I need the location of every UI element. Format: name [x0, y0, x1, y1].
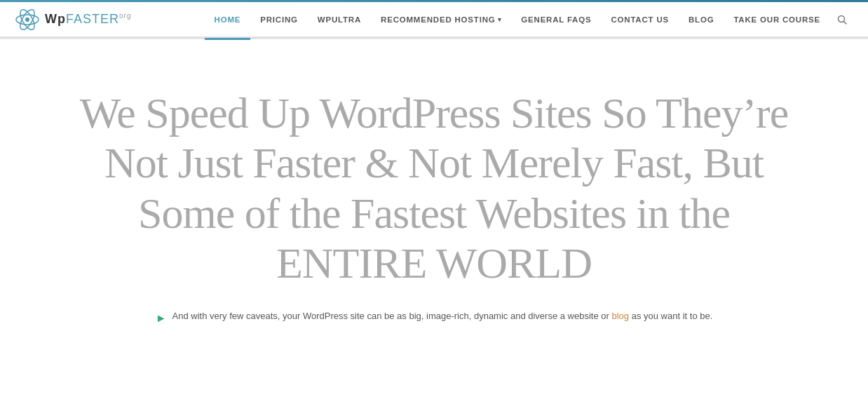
- search-button[interactable]: [830, 1, 854, 38]
- main-nav: HOMEPRICINGWPULTRARECOMMENDED HOSTING ▾G…: [152, 1, 830, 38]
- nav-item-blog[interactable]: BLOG: [679, 1, 724, 38]
- logo-org: org: [119, 12, 131, 20]
- nav-item-take-our-course[interactable]: TAKE OUR COURSE: [724, 1, 830, 38]
- logo-faster: FASTER: [66, 12, 119, 26]
- logo-text: WpFASTERorg: [45, 12, 131, 27]
- main-header: WpFASTERorg HOMEPRICINGWPULTRARECOMMENDE…: [0, 2, 868, 39]
- nav-item-contact-us[interactable]: CONTACT US: [601, 1, 679, 38]
- logo-icon: [14, 6, 41, 33]
- hero-subtext-paragraph: And with very few caveats, your WordPres…: [172, 309, 713, 323]
- svg-point-3: [25, 18, 29, 22]
- arrow-icon: ►: [156, 310, 167, 327]
- hero-subtext-suffix: as you want it to be.: [632, 311, 713, 321]
- search-icon: [837, 15, 847, 25]
- logo[interactable]: WpFASTERorg: [14, 6, 131, 33]
- svg-line-5: [844, 21, 847, 24]
- hero-subtext-prefix: And with very few caveats, your WordPres…: [172, 311, 609, 321]
- logo-wp: Wp: [45, 12, 66, 26]
- nav-item-wpultra[interactable]: WPULTRA: [308, 1, 371, 38]
- nav-item-general-faqs[interactable]: GENERAL FAQS: [511, 1, 601, 38]
- hero-subtext: ► And with very few caveats, your WordPr…: [118, 309, 750, 327]
- nav-item-pricing[interactable]: PRICING: [250, 1, 308, 38]
- nav-item-recommended-hosting[interactable]: RECOMMENDED HOSTING ▾: [371, 1, 511, 38]
- chevron-down-icon: ▾: [498, 16, 502, 23]
- hero-headline: We Speed Up WordPress Sites So They’re N…: [66, 88, 802, 288]
- blog-link[interactable]: blog: [611, 311, 629, 321]
- hero-section: We Speed Up WordPress Sites So They’re N…: [0, 39, 868, 348]
- nav-item-home[interactable]: HOME: [205, 1, 251, 38]
